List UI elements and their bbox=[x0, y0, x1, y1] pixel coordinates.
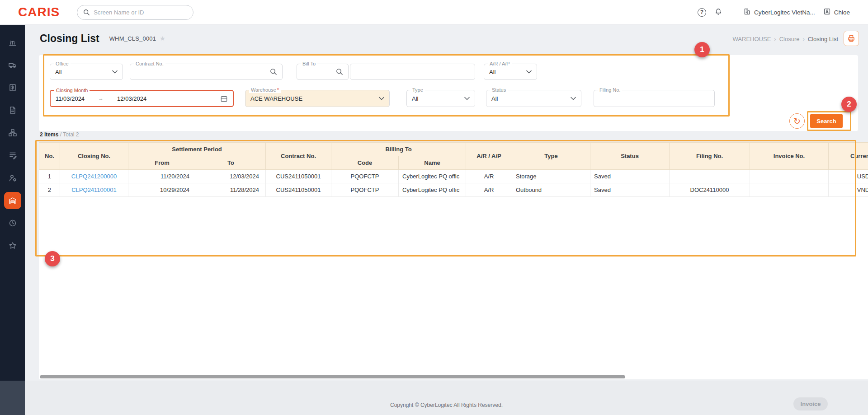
filing-no-field[interactable]: Filing No. bbox=[594, 90, 715, 107]
document-icon bbox=[8, 106, 17, 115]
history-icon bbox=[8, 219, 17, 228]
help-icon[interactable]: ? bbox=[698, 8, 706, 17]
sidebar-item-documents[interactable] bbox=[4, 102, 21, 119]
sidebar-item-billing[interactable] bbox=[4, 79, 21, 96]
col-header-name[interactable]: Name bbox=[399, 156, 466, 170]
horizontal-scrollbar[interactable] bbox=[40, 375, 625, 378]
col-header-settlement-period[interactable]: Settlement Period bbox=[128, 143, 266, 156]
company-name: CyberLogitec VietNa... bbox=[754, 9, 815, 16]
closing-month-from[interactable]: 11/03/2024 bbox=[56, 95, 85, 102]
cell-type: Storage bbox=[512, 170, 590, 183]
sidebar-item-analytics[interactable] bbox=[4, 34, 21, 51]
col-header-contract-no[interactable]: Contract No. bbox=[266, 143, 331, 170]
status-select[interactable]: Status All bbox=[486, 90, 581, 107]
filing-no-label: Filing No. bbox=[598, 87, 622, 93]
notifications-icon[interactable] bbox=[714, 8, 722, 17]
user-menu[interactable]: Chloe bbox=[823, 8, 850, 17]
sidebar-item-inventory[interactable] bbox=[4, 147, 21, 164]
contract-no-input[interactable] bbox=[135, 69, 270, 75]
refresh-icon: ↻ bbox=[793, 117, 801, 126]
required-mark: * bbox=[277, 87, 279, 93]
breadcrumb-closure[interactable]: Closure bbox=[779, 36, 800, 42]
closing-month-to[interactable]: 12/03/2024 bbox=[117, 95, 146, 102]
col-header-status[interactable]: Status bbox=[590, 143, 670, 170]
refresh-button[interactable]: ↻ bbox=[789, 113, 805, 129]
col-header-currency[interactable]: Currency bbox=[829, 143, 868, 170]
closing-no-link[interactable]: CLPQ241100001 bbox=[71, 187, 117, 193]
cell-no: 1 bbox=[39, 170, 60, 183]
office-select[interactable]: Office All bbox=[50, 64, 123, 80]
user-settings-icon bbox=[8, 173, 17, 182]
bill-to-field[interactable]: Bill To bbox=[297, 64, 349, 80]
search-button[interactable]: Search bbox=[810, 114, 843, 128]
closing-month-range[interactable]: Closing Month 11/03/2024 → 12/03/2024 bbox=[50, 90, 234, 107]
bill-to-code-input[interactable] bbox=[302, 69, 336, 75]
annotation-badge-2: 2 bbox=[841, 97, 857, 112]
status-label: Status bbox=[490, 87, 508, 93]
favorite-star-icon[interactable]: ★ bbox=[160, 35, 165, 42]
cell-filing-no bbox=[670, 170, 750, 183]
warehouse-value: ACE WAREHOUSE bbox=[250, 95, 302, 102]
closing-no-link[interactable]: CLPQ241200000 bbox=[71, 173, 117, 180]
chevron-down-icon bbox=[526, 70, 532, 74]
filter-panel: Office All Contract No. Bill To A/R / A/… bbox=[39, 55, 858, 131]
inventory-icon bbox=[8, 151, 17, 160]
cell-currency: VND bbox=[829, 183, 868, 197]
screen-id: WHM_CLS_0001 bbox=[109, 35, 156, 42]
sidebar-item-modules[interactable] bbox=[4, 124, 21, 141]
search-icon[interactable] bbox=[336, 68, 343, 75]
invoice-button[interactable]: Invoice bbox=[793, 397, 828, 410]
col-header-to[interactable]: To bbox=[196, 156, 266, 170]
result-total: Total 2 bbox=[63, 131, 79, 138]
breadcrumb-closing-list: Closing List bbox=[808, 36, 838, 42]
chevron-down-icon bbox=[112, 70, 118, 74]
ar-ap-value: All bbox=[489, 69, 495, 75]
sidebar-item-transport[interactable] bbox=[4, 56, 21, 74]
print-button[interactable] bbox=[844, 31, 859, 46]
search-icon[interactable] bbox=[270, 68, 277, 75]
contract-no-field[interactable]: Contract No. bbox=[130, 64, 283, 80]
copyright-text: Copyright © CyberLogitec All Rights Rese… bbox=[25, 402, 868, 408]
global-search-input[interactable] bbox=[94, 9, 187, 16]
col-header-filing-no[interactable]: Filing No. bbox=[670, 143, 750, 170]
calendar-icon[interactable] bbox=[220, 95, 228, 103]
col-header-from[interactable]: From bbox=[128, 156, 196, 170]
star-icon bbox=[8, 241, 17, 250]
result-count: 2 items bbox=[40, 131, 58, 138]
warehouse-select[interactable]: Warehouse* ACE WAREHOUSE bbox=[245, 90, 390, 107]
sidebar-item-user-management[interactable] bbox=[4, 169, 21, 187]
type-value: All bbox=[412, 95, 418, 102]
col-header-billing-to[interactable]: Billing To bbox=[331, 143, 466, 156]
col-header-code[interactable]: Code bbox=[331, 156, 399, 170]
ar-ap-select[interactable]: A/R / A/P All bbox=[484, 64, 537, 80]
company-switcher[interactable]: CyberLogitec VietNa... bbox=[743, 8, 815, 17]
sidebar-item-warehouse[interactable] bbox=[4, 192, 21, 209]
col-header-type[interactable]: Type bbox=[512, 143, 590, 170]
billing-icon bbox=[8, 83, 17, 92]
page-title: Closing List bbox=[40, 33, 99, 45]
col-header-ar-ap[interactable]: A/R / A/P bbox=[466, 143, 512, 170]
type-select[interactable]: Type All bbox=[406, 90, 475, 107]
table-row[interactable]: 2 CLPQ241100001 10/29/2024 11/28/2024 CU… bbox=[39, 183, 868, 197]
cell-contract-no: CUS2411050001 bbox=[266, 183, 331, 197]
bill-to-name-input[interactable] bbox=[355, 69, 470, 75]
page-header: Closing List WHM_CLS_0001 ★ bbox=[40, 30, 165, 47]
caris-logo[interactable]: CARIS bbox=[18, 5, 60, 19]
cell-code: PQOFCTP bbox=[331, 183, 399, 197]
bill-to-name-field[interactable] bbox=[350, 64, 475, 80]
chevron-right-icon: › bbox=[802, 36, 804, 42]
closing-month-label: Closing Month bbox=[54, 88, 90, 93]
search-icon bbox=[83, 9, 90, 16]
office-label: Office bbox=[54, 61, 71, 67]
cell-status: Saved bbox=[590, 183, 670, 197]
sidebar-item-favorites[interactable] bbox=[4, 237, 21, 254]
breadcrumb-warehouse[interactable]: WAREHOUSE bbox=[733, 36, 771, 42]
table-row[interactable]: 1 CLPQ241200000 11/20/2024 12/03/2024 CU… bbox=[39, 170, 868, 183]
sidebar-item-history[interactable] bbox=[4, 214, 21, 232]
col-header-closing-no[interactable]: Closing No. bbox=[60, 143, 128, 170]
global-search[interactable] bbox=[77, 5, 193, 20]
col-header-no[interactable]: No. bbox=[39, 143, 60, 170]
col-header-invoice-no[interactable]: Invoice No. bbox=[750, 143, 829, 170]
sidebar-bottom-panel bbox=[0, 381, 25, 415]
filing-no-input[interactable] bbox=[599, 95, 709, 102]
